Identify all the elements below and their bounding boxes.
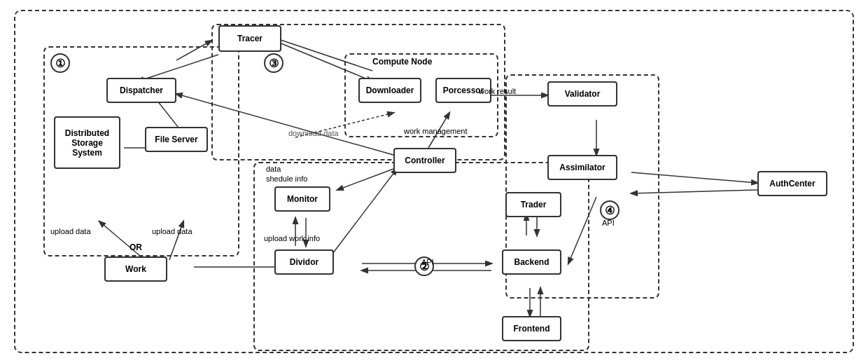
label-download-data: download data (288, 129, 339, 137)
circle-3: ③ (264, 53, 284, 73)
controller-box: Controller (393, 148, 456, 173)
backend-box: Backend (502, 249, 561, 275)
label-upload-data-left: upload data (50, 227, 91, 235)
auth-center-box: AuthCenter (757, 171, 827, 196)
validator-box: Validator (547, 81, 617, 107)
dispatcher-box: Dispatcher (106, 78, 176, 103)
monitor-box: Monitor (274, 186, 330, 212)
label-work-result: work result (479, 87, 516, 95)
circle-1: ① (50, 53, 70, 73)
dividor-box: Dividor (274, 249, 334, 275)
label-upload-data-right: upload data (152, 227, 192, 235)
distributed-storage-box: Distributed Storage System (54, 116, 120, 169)
downloader-box: Downloader (358, 78, 421, 103)
assimilator-box: Assimilator (547, 155, 617, 180)
work-box: Work (104, 256, 167, 282)
file-server-box: File Server (145, 127, 208, 152)
frontend-box: Frontend (502, 316, 561, 341)
trader-box: Trader (505, 192, 561, 217)
label-api-right: API (602, 219, 615, 227)
label-api-left: API (421, 258, 434, 266)
circle-4: ④ (600, 200, 620, 220)
label-upload-work-info: upload work info (264, 234, 320, 242)
diagram-container: Compute Node ① ② ③ ④ Tracer Dispatcher D… (14, 10, 854, 353)
label-work-management: work management (404, 127, 468, 135)
compute-node-label: Compute Node (372, 57, 432, 67)
label-data-schedule-info: data shedule info (266, 164, 307, 184)
tracer-box: Tracer (218, 25, 281, 52)
label-or: OR (130, 242, 142, 252)
